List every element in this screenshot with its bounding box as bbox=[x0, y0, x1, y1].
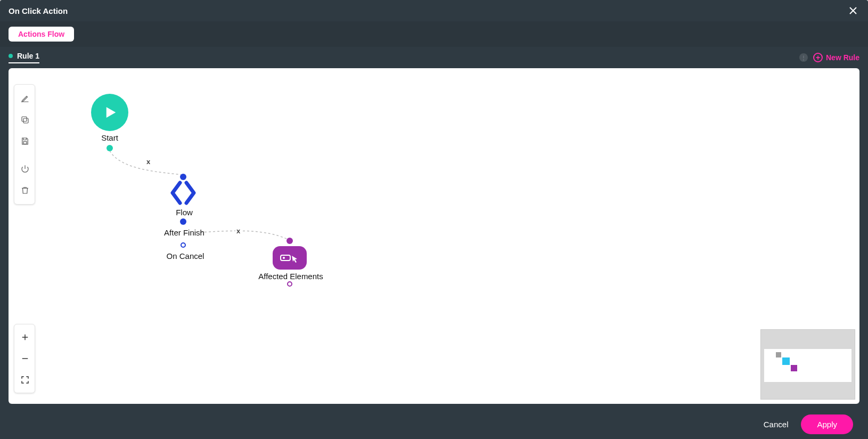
modal-title: On Click Action bbox=[9, 6, 68, 15]
power-icon bbox=[20, 164, 30, 174]
minus-icon bbox=[20, 354, 30, 363]
rule-bar: Rule 1 ⋮ + New Rule bbox=[0, 47, 868, 68]
rule-tab-label: Rule 1 bbox=[17, 52, 39, 60]
affected-elements-icon bbox=[279, 250, 300, 265]
fit-view-button[interactable] bbox=[14, 369, 36, 391]
canvas-wrap: x x Start Flow After Finish bbox=[0, 68, 868, 409]
minimap[interactable] bbox=[760, 329, 855, 400]
flow-node-label: Flow bbox=[163, 208, 206, 217]
rule-status-dot bbox=[9, 54, 13, 58]
zoom-toolbar bbox=[14, 324, 35, 393]
zoom-in-button[interactable] bbox=[14, 327, 36, 348]
new-rule-button[interactable]: + New Rule bbox=[813, 53, 859, 62]
rule-tab[interactable]: Rule 1 bbox=[9, 52, 39, 63]
play-icon bbox=[102, 104, 118, 120]
minimap-node-affected bbox=[791, 365, 797, 371]
svg-rect-2 bbox=[23, 142, 27, 144]
close-icon bbox=[848, 6, 858, 15]
flow-node[interactable] bbox=[168, 180, 198, 206]
minimap-node-flow bbox=[782, 357, 790, 365]
minimap-viewport bbox=[764, 349, 851, 382]
canvas-toolbar bbox=[14, 84, 35, 205]
start-node[interactable] bbox=[91, 94, 128, 131]
edge-remove-start-flow[interactable]: x bbox=[145, 158, 151, 166]
close-button[interactable] bbox=[847, 4, 859, 17]
fullscreen-icon bbox=[20, 375, 30, 385]
save-icon bbox=[20, 136, 30, 146]
svg-point-4 bbox=[283, 257, 285, 259]
trash-icon bbox=[20, 185, 30, 195]
zoom-out-button[interactable] bbox=[14, 348, 36, 369]
start-out-port[interactable] bbox=[107, 145, 113, 151]
copy-icon bbox=[20, 115, 30, 125]
drag-handle-icon[interactable]: ⋮ bbox=[799, 53, 808, 62]
flow-on-cancel-port[interactable] bbox=[181, 242, 186, 248]
affected-elements-node[interactable] bbox=[273, 246, 307, 270]
copy-button[interactable] bbox=[14, 109, 36, 131]
start-node-label: Start bbox=[91, 133, 128, 142]
minimap-node-start bbox=[776, 352, 781, 357]
plus-icon bbox=[20, 332, 30, 342]
delete-button[interactable] bbox=[14, 180, 36, 201]
rule-bar-right: ⋮ + New Rule bbox=[799, 53, 859, 62]
edit-button[interactable] bbox=[14, 88, 36, 109]
cancel-button[interactable]: Cancel bbox=[764, 420, 789, 429]
affected-out-port[interactable] bbox=[287, 281, 292, 287]
svg-rect-0 bbox=[23, 118, 28, 123]
pencil-icon bbox=[20, 94, 30, 103]
flow-after-finish-port[interactable] bbox=[180, 218, 186, 225]
plus-circle-icon: + bbox=[813, 53, 823, 62]
svg-rect-1 bbox=[22, 117, 27, 121]
tabs-row: Actions Flow bbox=[0, 21, 868, 47]
new-rule-label: New Rule bbox=[826, 53, 859, 62]
flow-icon bbox=[169, 181, 197, 205]
flow-canvas[interactable]: x x Start Flow After Finish bbox=[9, 68, 859, 404]
on-click-action-modal: On Click Action Actions Flow Rule 1 ⋮ + … bbox=[0, 0, 868, 439]
save-button[interactable] bbox=[14, 131, 36, 152]
affected-in-port[interactable] bbox=[286, 238, 293, 244]
apply-button[interactable]: Apply bbox=[801, 414, 853, 434]
modal-header: On Click Action bbox=[0, 0, 868, 21]
flow-after-finish-label: After Finish bbox=[147, 228, 222, 237]
affected-elements-label: Affected Elements bbox=[253, 272, 328, 281]
modal-footer: Cancel Apply bbox=[0, 409, 868, 439]
svg-rect-3 bbox=[281, 255, 290, 261]
flow-on-cancel-label: On Cancel bbox=[153, 251, 217, 261]
edge-remove-flow-affected[interactable]: x bbox=[235, 227, 241, 235]
flow-in-port[interactable] bbox=[180, 174, 186, 180]
power-button[interactable] bbox=[14, 158, 36, 180]
tab-actions-flow[interactable]: Actions Flow bbox=[9, 27, 74, 42]
